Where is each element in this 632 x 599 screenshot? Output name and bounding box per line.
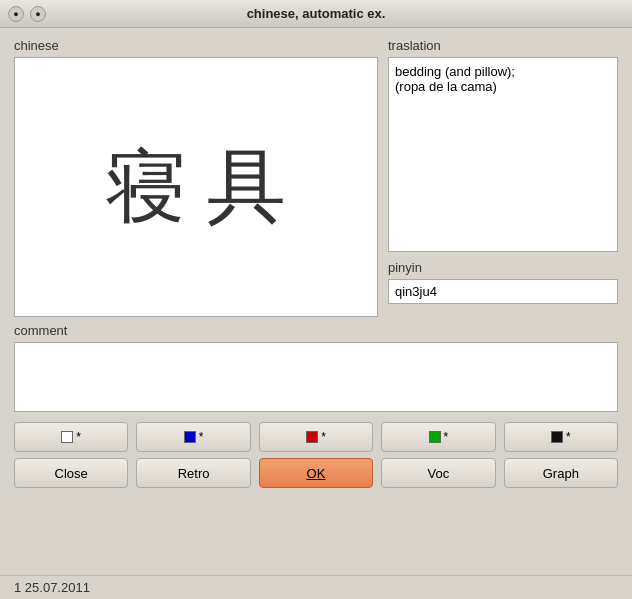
star-button-white[interactable]: * — [14, 422, 128, 452]
close-button[interactable]: Close — [14, 458, 128, 488]
star-label-green: * — [444, 430, 449, 444]
top-row: chinese 寝 具 traslation bedding (and pill… — [14, 38, 618, 317]
close-button-label: Close — [55, 466, 88, 481]
window-title: chinese, automatic ex. — [247, 6, 386, 21]
comment-label: comment — [14, 323, 618, 338]
star-label-black: * — [566, 430, 571, 444]
comment-textarea[interactable] — [14, 342, 618, 412]
chinese-characters: 寝 具 — [106, 147, 286, 227]
blue-dot — [184, 431, 196, 443]
star-label-blue: * — [199, 430, 204, 444]
pinyin-section: pinyin — [388, 260, 618, 304]
main-content: chinese 寝 具 traslation bedding (and pill… — [0, 28, 632, 575]
green-dot — [429, 431, 441, 443]
voc-button[interactable]: Voc — [381, 458, 495, 488]
voc-button-label: Voc — [428, 466, 450, 481]
white-dot — [61, 431, 73, 443]
black-dot — [551, 431, 563, 443]
pinyin-input[interactable] — [388, 279, 618, 304]
chinese-label: chinese — [14, 38, 378, 53]
status-bar: 1 25.07.2011 — [0, 575, 632, 599]
action-buttons-row: Close Retro OK Voc Graph — [14, 458, 618, 488]
title-bar-buttons[interactable]: ● ● — [8, 6, 46, 22]
star-label-white: * — [76, 430, 81, 444]
retro-button[interactable]: Retro — [136, 458, 250, 488]
graph-button-label: Graph — [543, 466, 579, 481]
graph-button[interactable]: Graph — [504, 458, 618, 488]
star-button-red[interactable]: * — [259, 422, 373, 452]
ok-button[interactable]: OK — [259, 458, 373, 488]
translation-label: traslation — [388, 38, 618, 53]
star-button-blue[interactable]: * — [136, 422, 250, 452]
retro-button-label: Retro — [178, 466, 210, 481]
chinese-section: chinese 寝 具 — [14, 38, 378, 317]
status-text: 1 25.07.2011 — [14, 580, 90, 595]
translation-section: traslation bedding (and pillow); (ropa d… — [388, 38, 618, 317]
translation-textarea[interactable]: bedding (and pillow); (ropa de la cama) — [388, 57, 618, 252]
title-bar: ● ● chinese, automatic ex. — [0, 0, 632, 28]
red-dot — [306, 431, 318, 443]
star-button-black[interactable]: * — [504, 422, 618, 452]
star-buttons-row: * * * * * — [14, 422, 618, 452]
close-window-icon[interactable]: ● — [8, 6, 24, 22]
star-button-green[interactable]: * — [381, 422, 495, 452]
ok-button-label: OK — [307, 466, 326, 481]
chinese-display: 寝 具 — [14, 57, 378, 317]
star-label-red: * — [321, 430, 326, 444]
pinyin-label: pinyin — [388, 260, 618, 275]
minimize-window-icon[interactable]: ● — [30, 6, 46, 22]
comment-section: comment — [14, 323, 618, 412]
